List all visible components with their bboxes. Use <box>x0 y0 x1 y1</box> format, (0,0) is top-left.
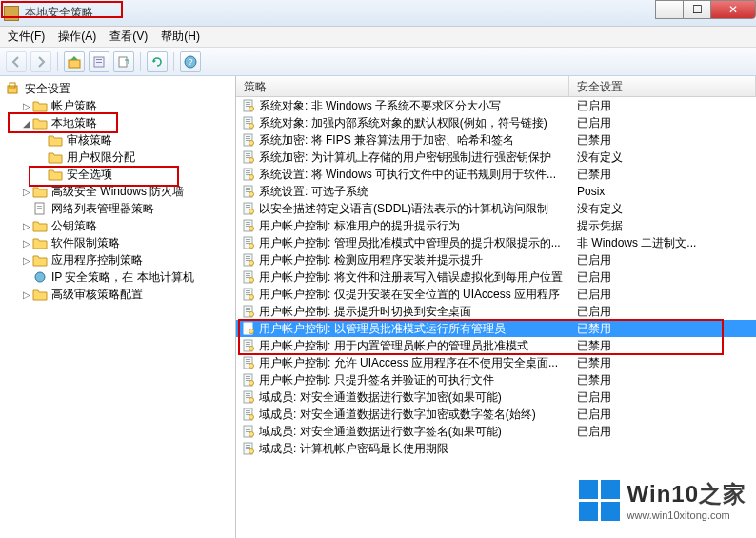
minimize-button[interactable]: — <box>655 0 684 19</box>
folder-icon <box>32 185 48 198</box>
svg-rect-14 <box>246 102 250 103</box>
maximize-button[interactable]: ☐ <box>683 0 711 19</box>
svg-rect-49 <box>246 222 250 223</box>
policy-name: 域成员: 计算机帐户密码最长使用期限 <box>257 441 569 457</box>
tree-item-label: 软件限制策略 <box>51 235 120 251</box>
policy-row[interactable]: 以安全描述符定义语言(SDDL)语法表示的计算机访问限制没有定义 <box>236 200 756 217</box>
policy-icon <box>240 288 257 301</box>
policy-row[interactable]: 域成员: 对安全通道数据进行数字加密或数字签名(始终)已启用 <box>236 406 756 423</box>
menu-action[interactable]: 操作(A) <box>58 29 96 45</box>
menu-help[interactable]: 帮助(H) <box>161 29 200 45</box>
policy-icon <box>240 253 257 267</box>
expand-toggle[interactable]: ◢ <box>21 118 32 129</box>
policy-row[interactable]: 用户帐户控制: 将文件和注册表写入错误虚拟化到每用户位置已启用 <box>236 269 756 286</box>
column-policy[interactable]: 策略 <box>236 76 569 96</box>
toolbar-separator <box>140 52 141 71</box>
expand-toggle[interactable]: ▷ <box>21 187 32 197</box>
policy-row[interactable]: 系统设置: 可选子系统Posix <box>236 183 756 200</box>
up-button[interactable] <box>64 51 85 72</box>
tree-pane[interactable]: 安全设置 ▷帐户策略◢本地策略审核策略用户权限分配安全选项▷高级安全 Windo… <box>0 76 236 538</box>
svg-rect-11 <box>37 208 42 209</box>
policy-row[interactable]: 系统加密: 为计算机上存储的用户密钥强制进行强密钥保护没有定义 <box>236 149 756 166</box>
tree-item[interactable]: ▷高级安全 Windows 防火墙 <box>4 183 235 200</box>
policy-row[interactable]: 用户帐户控制: 提示提升时切换到安全桌面已启用 <box>236 303 756 320</box>
tree-root[interactable]: 安全设置 <box>4 80 235 97</box>
policy-row[interactable]: 域成员: 对安全通道数据进行数字签名(如果可能)已启用 <box>236 423 756 440</box>
tree-item[interactable]: ▷公钥策略 <box>4 217 235 234</box>
svg-rect-54 <box>246 239 250 240</box>
svg-rect-60 <box>246 258 250 259</box>
column-setting[interactable]: 安全设置 <box>569 76 756 96</box>
svg-rect-94 <box>246 376 250 377</box>
policy-icon <box>240 168 257 181</box>
svg-point-17 <box>249 107 254 111</box>
svg-rect-50 <box>246 224 250 225</box>
policy-row[interactable]: 域成员: 计算机帐户密码最长使用期限 <box>236 440 756 457</box>
tree-item[interactable]: ▷高级审核策略配置 <box>4 286 235 303</box>
doc-icon <box>32 202 48 215</box>
tree-item[interactable]: ▷软件限制策略 <box>4 234 235 251</box>
close-button[interactable]: ✕ <box>710 0 756 19</box>
tree-item[interactable]: ▷应用程序控制策略 <box>4 251 235 269</box>
policy-icon <box>240 356 257 369</box>
svg-rect-19 <box>246 119 250 120</box>
expand-toggle[interactable]: ▷ <box>21 289 32 300</box>
folder-icon <box>32 116 48 130</box>
policy-name: 系统加密: 将 FIPS 兼容算法用于加密、哈希和签名 <box>257 132 569 149</box>
tree-item[interactable]: IP 安全策略，在 本地计算机 <box>4 269 235 286</box>
expand-toggle[interactable]: ▷ <box>21 255 32 266</box>
properties-button[interactable] <box>89 51 109 72</box>
policy-name: 以安全描述符定义语言(SDDL)语法表示的计算机访问限制 <box>257 201 569 217</box>
back-button[interactable] <box>6 51 27 72</box>
tree-item[interactable]: 网络列表管理器策略 <box>4 200 235 217</box>
forward-button[interactable] <box>30 51 51 72</box>
expand-toggle[interactable]: ▷ <box>21 221 32 231</box>
policy-name: 用户帐户控制: 提示提升时切换到安全桌面 <box>257 304 569 320</box>
svg-point-97 <box>249 381 254 386</box>
menu-bar: 文件(F) 操作(A) 查看(V) 帮助(H) <box>0 27 756 48</box>
policy-row[interactable]: 用户帐户控制: 检测应用程序安装并提示提升已启用 <box>236 251 756 269</box>
policy-row[interactable]: 系统加密: 将 FIPS 兼容算法用于加密、哈希和签名已禁用 <box>236 131 756 149</box>
tree-item-label: 安全选项 <box>67 167 112 183</box>
policy-name: 用户帐户控制: 用于内置管理员帐户的管理员批准模式 <box>257 338 569 354</box>
svg-point-22 <box>249 124 254 129</box>
svg-text:?: ? <box>188 57 192 67</box>
policy-icon <box>240 99 257 112</box>
policy-row[interactable]: 用户帐户控制: 仅提升安装在安全位置的 UIAccess 应用程序已启用 <box>236 286 756 303</box>
tree-root-label: 安全设置 <box>25 81 70 97</box>
tree-item-label: 公钥策略 <box>51 218 97 234</box>
policy-name: 用户帐户控制: 仅提升安装在安全位置的 UIAccess 应用程序 <box>257 287 569 303</box>
policy-row[interactable]: 用户帐户控制: 允许 UIAccess 应用程序在不使用安全桌面...已禁用 <box>236 354 756 371</box>
menu-view[interactable]: 查看(V) <box>109 29 148 45</box>
security-icon <box>6 82 21 95</box>
expand-toggle[interactable]: ▷ <box>21 101 32 111</box>
policy-name: 用户帐户控制: 允许 UIAccess 应用程序在不使用安全桌面... <box>257 355 569 371</box>
policy-value: 已启用 <box>569 389 756 406</box>
svg-point-47 <box>249 209 254 214</box>
svg-rect-10 <box>37 206 42 207</box>
tree-item[interactable]: 审核策略 <box>4 131 235 149</box>
list-body[interactable]: 系统对象: 非 Windows 子系统不要求区分大小写已启用系统对象: 加强内部… <box>236 97 756 538</box>
tree-item[interactable]: ◢本地策略 <box>4 114 235 131</box>
help-button[interactable]: ? <box>180 51 201 72</box>
policy-row[interactable]: 系统设置: 将 Windows 可执行文件中的证书规则用于软件...已禁用 <box>236 166 756 183</box>
policy-row[interactable]: 用户帐户控制: 管理员批准模式中管理员的提升权限提示的...非 Windows … <box>236 234 756 251</box>
policy-row[interactable]: 域成员: 对安全通道数据进行数字加密(如果可能)已启用 <box>236 389 756 406</box>
export-button[interactable] <box>113 51 134 72</box>
expand-toggle[interactable]: ▷ <box>21 238 32 249</box>
refresh-button[interactable] <box>147 51 168 72</box>
policy-name: 系统设置: 将 Windows 可执行文件中的证书规则用于软件... <box>257 167 569 183</box>
policy-row[interactable]: 用户帐户控制: 用于内置管理员帐户的管理员批准模式已禁用 <box>236 337 756 354</box>
policy-value: Posix <box>569 185 756 198</box>
policy-row[interactable]: 用户帐户控制: 只提升签名并验证的可执行文件已禁用 <box>236 371 756 389</box>
policy-row[interactable]: 系统对象: 加强内部系统对象的默认权限(例如，符号链接)已启用 <box>236 114 756 131</box>
policy-row[interactable]: 用户帐户控制: 标准用户的提升提示行为提示凭据 <box>236 217 756 234</box>
svg-rect-45 <box>246 207 250 208</box>
policy-row[interactable]: 用户帐户控制: 以管理员批准模式运行所有管理员已禁用 <box>236 320 756 337</box>
tree-item-label: 审核策略 <box>67 132 112 149</box>
tree-item[interactable]: ▷帐户策略 <box>4 97 235 114</box>
menu-file[interactable]: 文件(F) <box>8 29 45 45</box>
policy-row[interactable]: 系统对象: 非 Windows 子系统不要求区分大小写已启用 <box>236 97 756 114</box>
tree-item[interactable]: 用户权限分配 <box>4 149 235 166</box>
tree-item[interactable]: 安全选项 <box>4 166 235 183</box>
